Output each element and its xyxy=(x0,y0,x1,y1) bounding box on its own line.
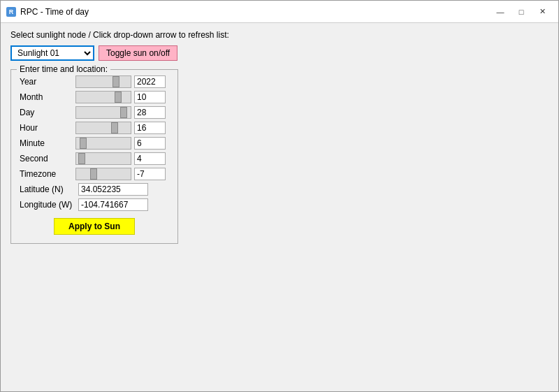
year-row: Year xyxy=(20,75,169,88)
longitude-input[interactable] xyxy=(78,198,148,211)
year-slider-wrapper xyxy=(75,75,131,88)
second-row: Second xyxy=(20,152,169,165)
month-label: Month xyxy=(20,92,75,102)
time-location-group: Enter time and location: Year Month Day xyxy=(10,69,178,244)
sunlight-select[interactable]: Sunlight 01 Sunlight 02 xyxy=(10,45,94,61)
day-row: Day xyxy=(20,106,169,119)
maximize-button[interactable]: □ xyxy=(511,5,532,19)
main-window: R RPC - Time of day — □ ✕ Select sunligh… xyxy=(0,0,559,392)
title-bar: R RPC - Time of day — □ ✕ xyxy=(1,1,558,23)
group-legend: Enter time and location: xyxy=(17,64,110,74)
year-input[interactable] xyxy=(134,75,166,88)
window-title: RPC - Time of day xyxy=(20,7,89,17)
second-slider-wrapper xyxy=(75,152,131,165)
instruction-text: Select sunlight node / Click drop-down a… xyxy=(10,30,549,40)
longitude-row: Longitude (W) xyxy=(20,198,169,211)
controls-row: Sunlight 01 Sunlight 02 Toggle sun on/of… xyxy=(10,45,549,61)
second-input[interactable] xyxy=(134,152,166,165)
content-area: Select sunlight node / Click drop-down a… xyxy=(1,23,558,391)
year-label: Year xyxy=(20,77,75,87)
title-bar-left: R RPC - Time of day xyxy=(6,7,89,17)
app-icon: R xyxy=(6,7,16,17)
timezone-slider-wrapper xyxy=(75,168,131,180)
day-slider-wrapper xyxy=(75,106,131,119)
apply-to-sun-button[interactable]: Apply to Sun xyxy=(54,218,135,235)
month-input[interactable] xyxy=(134,91,166,103)
day-slider-thumb[interactable] xyxy=(120,107,127,118)
toggle-sun-button[interactable]: Toggle sun on/off xyxy=(99,45,177,61)
minute-row: Minute xyxy=(20,137,169,150)
second-slider-thumb[interactable] xyxy=(78,153,85,164)
timezone-label: Timezone xyxy=(20,169,75,179)
longitude-label: Longitude (W) xyxy=(20,200,75,210)
month-row: Month xyxy=(20,91,169,103)
second-label: Second xyxy=(20,154,75,164)
hour-slider-wrapper xyxy=(75,122,131,134)
timezone-row: Timezone xyxy=(20,168,169,180)
timezone-input[interactable] xyxy=(134,168,166,180)
minute-label: Minute xyxy=(20,138,75,148)
month-slider-thumb[interactable] xyxy=(115,92,122,103)
minute-slider-thumb[interactable] xyxy=(80,138,87,149)
latitude-label: Latitude (N) xyxy=(20,184,75,194)
window-controls: — □ ✕ xyxy=(490,5,553,19)
month-slider-wrapper xyxy=(75,91,131,103)
timezone-slider-thumb[interactable] xyxy=(90,168,97,180)
minute-input[interactable] xyxy=(134,137,166,150)
day-input[interactable] xyxy=(134,106,166,119)
minimize-button[interactable]: — xyxy=(490,5,511,19)
close-button[interactable]: ✕ xyxy=(532,5,553,19)
hour-row: Hour xyxy=(20,122,169,134)
year-slider-thumb[interactable] xyxy=(112,76,119,87)
minute-slider-wrapper xyxy=(75,137,131,150)
latitude-row: Latitude (N) xyxy=(20,183,169,196)
day-label: Day xyxy=(20,108,75,117)
hour-input[interactable] xyxy=(134,122,166,134)
hour-label: Hour xyxy=(20,123,75,133)
hour-slider-thumb[interactable] xyxy=(111,122,118,133)
latitude-input[interactable] xyxy=(78,183,148,196)
